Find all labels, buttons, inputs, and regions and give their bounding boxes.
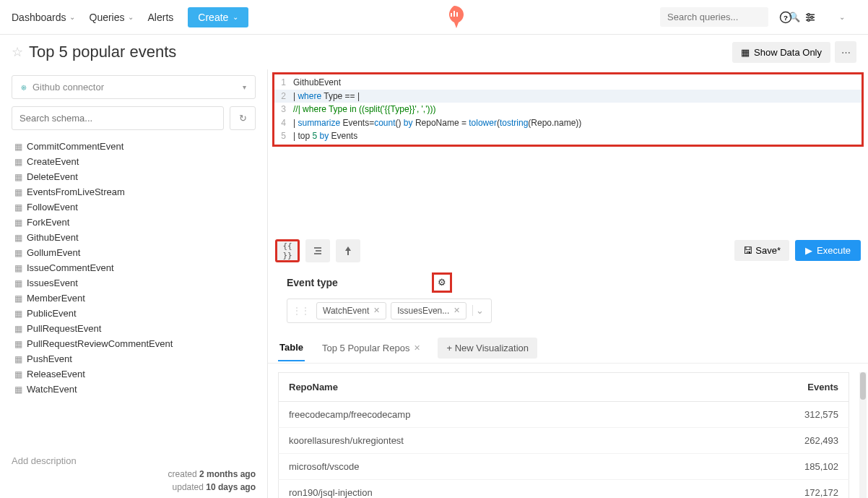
schema-item[interactable]: ▦WatchEvent bbox=[12, 382, 256, 397]
redash-logo bbox=[445, 6, 464, 29]
chevron-down-icon[interactable]: ⌄ bbox=[472, 305, 487, 316]
parameter-title: Event type bbox=[287, 277, 338, 288]
tab-top5-repos[interactable]: Top 5 Popular Repos✕ bbox=[321, 335, 422, 361]
schema-item-label: GollumEvent bbox=[27, 247, 80, 258]
schema-item[interactable]: ▦EventsFromLiveStream bbox=[12, 184, 256, 199]
datasource-select[interactable]: ⎈ Github connector ▾ bbox=[12, 75, 256, 99]
show-data-only-button[interactable]: ▦Show Data Only bbox=[732, 42, 830, 63]
table-icon: ▦ bbox=[14, 172, 22, 182]
user-menu[interactable]: ⌄ bbox=[828, 10, 856, 25]
chevron-down-icon: ⌄ bbox=[69, 13, 75, 21]
svg-point-10 bbox=[807, 19, 810, 21]
more-menu-button[interactable]: ⋯ bbox=[835, 41, 856, 63]
play-icon: ▶ bbox=[805, 245, 812, 256]
schema-item[interactable]: ▦CommitCommentEvent bbox=[12, 139, 256, 154]
autocomplete-button[interactable] bbox=[336, 239, 360, 262]
drag-handle-icon[interactable]: ⋮⋮ bbox=[292, 305, 309, 317]
caret-down-icon: ▾ bbox=[243, 83, 246, 91]
nav-queries[interactable]: Queries⌄ bbox=[90, 12, 134, 23]
schema-item[interactable]: ▦IssueCommentEvent bbox=[12, 260, 256, 275]
schema-item-label: PushEvent bbox=[27, 353, 72, 364]
schema-item[interactable]: ▦ReleaseEvent bbox=[12, 366, 256, 382]
svg-point-9 bbox=[811, 16, 813, 18]
close-icon[interactable]: ✕ bbox=[414, 343, 420, 353]
schema-item-label: PullRequestEvent bbox=[27, 323, 101, 334]
schema-list: ▦CommitCommentEvent▦CreateEvent▦DeleteEv… bbox=[12, 139, 256, 426]
svg-point-8 bbox=[807, 13, 810, 15]
schema-item-label: PullRequestReviewCommentEvent bbox=[27, 338, 173, 349]
save-button[interactable]: 🖫Save* bbox=[734, 240, 789, 261]
schema-item-label: DeleteEvent bbox=[27, 171, 78, 182]
chevron-down-icon: ⌄ bbox=[128, 13, 134, 21]
chip-watchevent[interactable]: WatchEvent✕ bbox=[316, 302, 386, 319]
close-icon[interactable]: ✕ bbox=[453, 306, 460, 315]
table-icon: ▦ bbox=[14, 309, 22, 319]
search-queries[interactable]: 🔍 bbox=[660, 7, 768, 27]
table-icon: ▦ bbox=[14, 157, 22, 167]
create-button[interactable]: Create⌄ bbox=[188, 7, 248, 27]
refresh-schema-button[interactable]: ↻ bbox=[230, 106, 256, 130]
add-description[interactable]: Add description bbox=[12, 455, 256, 466]
schema-item-label: WatchEvent bbox=[27, 384, 77, 395]
table-icon: ▦ bbox=[14, 202, 22, 212]
schema-search-input[interactable] bbox=[12, 106, 224, 130]
chevron-down-icon: ⌄ bbox=[839, 13, 845, 21]
scrollbar[interactable] bbox=[859, 372, 867, 498]
cell-reponame: ron190/jsql-injection bbox=[279, 479, 691, 498]
format-query-button[interactable] bbox=[305, 239, 330, 262]
table-icon: ▦ bbox=[14, 263, 22, 273]
col-reponame[interactable]: RepoName bbox=[279, 372, 691, 401]
svg-rect-1 bbox=[453, 11, 455, 17]
execute-button[interactable]: ▶Execute bbox=[795, 240, 861, 261]
editor-toolbar: {{ }} 🖫Save* ▶Execute bbox=[268, 233, 868, 268]
schema-item-label: ReleaseEvent bbox=[27, 369, 85, 379]
topbar-center bbox=[248, 6, 660, 29]
tab-table[interactable]: Table bbox=[278, 335, 305, 361]
schema-item-label: CommitCommentEvent bbox=[27, 141, 123, 152]
col-events[interactable]: Events bbox=[691, 372, 849, 401]
new-visualization-button[interactable]: + New Visualization bbox=[438, 338, 537, 359]
parameter-value[interactable]: ⋮⋮ WatchEvent✕ IssuesEven...✕ ⌄ bbox=[287, 299, 492, 323]
results-table: RepoName Events freecodecamp/freecodecam… bbox=[278, 372, 849, 498]
schema-item-label: PublicEvent bbox=[27, 308, 77, 319]
table-row: microsoft/vscode185,102 bbox=[279, 453, 849, 479]
nav-alerts[interactable]: Alerts bbox=[148, 12, 174, 23]
schema-item[interactable]: ▦CreateEvent bbox=[12, 154, 256, 169]
cell-reponame: koorellasuresh/ukregiontest bbox=[279, 427, 691, 453]
schema-item-label: MemberEvent bbox=[27, 293, 85, 304]
schema-item[interactable]: ▦PullRequestReviewCommentEvent bbox=[12, 336, 256, 351]
schema-item[interactable]: ▦FollowEvent bbox=[12, 199, 256, 215]
nav-dashboards[interactable]: Dashboards⌄ bbox=[12, 12, 75, 23]
schema-item[interactable]: ▦GollumEvent bbox=[12, 245, 256, 260]
table-icon: ▦ bbox=[741, 47, 750, 58]
gear-icon: ⚙ bbox=[438, 277, 446, 288]
close-icon[interactable]: ✕ bbox=[373, 306, 380, 315]
schema-item-label: ForkEvent bbox=[27, 217, 69, 228]
save-icon: 🖫 bbox=[743, 245, 752, 256]
star-icon[interactable]: ☆ bbox=[12, 44, 23, 60]
search-input[interactable] bbox=[667, 12, 789, 22]
schema-item[interactable]: ▦ForkEvent bbox=[12, 215, 256, 230]
connector-icon: ⎈ bbox=[21, 82, 27, 93]
settings-icon[interactable] bbox=[803, 10, 817, 25]
chip-issuesevent[interactable]: IssuesEven...✕ bbox=[391, 302, 466, 319]
chevron-down-icon: ⌄ bbox=[233, 13, 238, 21]
schema-item[interactable]: ▦IssuesEvent bbox=[12, 275, 256, 291]
parameter-settings-button[interactable]: ⚙ bbox=[432, 272, 452, 293]
table-icon: ▦ bbox=[14, 233, 22, 243]
svg-rect-2 bbox=[456, 12, 458, 17]
svg-rect-0 bbox=[451, 13, 452, 17]
parameters-button[interactable]: {{ }} bbox=[275, 239, 300, 262]
table-icon: ▦ bbox=[14, 248, 22, 258]
schema-item[interactable]: ▦GithubEvent bbox=[12, 230, 256, 245]
help-icon[interactable]: ? bbox=[778, 10, 793, 25]
schema-item[interactable]: ▦DeleteEvent bbox=[12, 169, 256, 184]
schema-item[interactable]: ▦PublicEvent bbox=[12, 306, 256, 321]
query-editor[interactable]: 1GithubEvent 2| where Type == | 3//| whe… bbox=[272, 72, 864, 147]
schema-item[interactable]: ▦PullRequestEvent bbox=[12, 321, 256, 336]
schema-item[interactable]: ▦MemberEvent bbox=[12, 291, 256, 306]
cell-reponame: microsoft/vscode bbox=[279, 453, 691, 479]
scrollbar-thumb[interactable] bbox=[860, 372, 866, 400]
schema-item[interactable]: ▦PushEvent bbox=[12, 351, 256, 366]
table-icon: ▦ bbox=[14, 324, 22, 334]
